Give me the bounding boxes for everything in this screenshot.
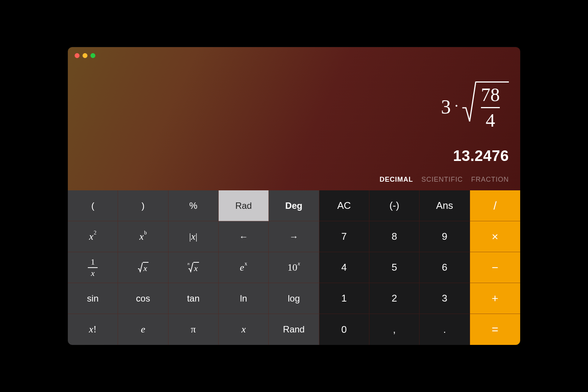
key-7[interactable]: 7: [319, 221, 369, 252]
key-ans[interactable]: Ans: [420, 190, 470, 221]
key-arrow-left[interactable]: ←: [219, 221, 269, 252]
key-sin[interactable]: sin: [68, 283, 118, 314]
key-multiply[interactable]: ×: [470, 221, 520, 252]
key-ac[interactable]: AC: [319, 190, 369, 221]
key-rand[interactable]: Rand: [269, 314, 319, 345]
key-8[interactable]: 8: [369, 221, 420, 252]
key-reciprocal[interactable]: 1 x: [68, 252, 118, 283]
close-icon[interactable]: [75, 53, 80, 58]
expr-radicand: 78 4: [476, 81, 509, 132]
key-4[interactable]: 4: [319, 252, 369, 283]
key-minus[interactable]: −: [470, 252, 520, 283]
key-log[interactable]: log: [269, 283, 319, 314]
key-nth-root[interactable]: n x: [168, 252, 219, 283]
key-abs[interactable]: |x|: [168, 221, 219, 252]
fraction-bar-icon: [481, 107, 500, 108]
key-dot[interactable]: .: [420, 314, 470, 345]
key-tan[interactable]: tan: [168, 283, 219, 314]
key-plus[interactable]: +: [470, 283, 520, 314]
expr-coefficient: 3: [441, 97, 451, 117]
key-factorial[interactable]: x!: [68, 314, 118, 345]
key-percent[interactable]: %: [168, 190, 219, 221]
tab-scientific[interactable]: SCIENTIFIC: [421, 176, 463, 184]
key-1[interactable]: 1: [319, 283, 369, 314]
key-x-squared[interactable]: x2: [68, 221, 118, 252]
window-controls: [75, 53, 95, 58]
key-2[interactable]: 2: [369, 283, 420, 314]
expr-numerator: 78: [481, 85, 500, 105]
keypad: ( ) % Rad Deg AC (-) Ans / x2 xb |x| ← →…: [68, 190, 520, 345]
key-ln[interactable]: ln: [219, 283, 269, 314]
key-x-var[interactable]: x: [219, 314, 269, 345]
key-lparen[interactable]: (: [68, 190, 118, 221]
key-6[interactable]: 6: [420, 252, 470, 283]
key-9[interactable]: 9: [420, 221, 470, 252]
key-3[interactable]: 3: [420, 283, 470, 314]
key-equals[interactable]: =: [470, 314, 520, 345]
key-e-const[interactable]: e: [118, 314, 168, 345]
tab-decimal[interactable]: DECIMAL: [380, 176, 413, 184]
calculator-window: 3 · 78 4 13.2476 DECIMAL SCIENTIFIC FRAC…: [68, 47, 520, 345]
key-10-pow-x[interactable]: 10x: [269, 252, 319, 283]
key-x-pow-b[interactable]: xb: [118, 221, 168, 252]
key-comma[interactable]: ,: [369, 314, 420, 345]
key-sqrt[interactable]: x: [118, 252, 168, 283]
result-display: 13.2476: [453, 147, 509, 164]
tab-fraction[interactable]: FRACTION: [471, 176, 509, 184]
key-0[interactable]: 0: [319, 314, 369, 345]
key-divide[interactable]: /: [470, 190, 520, 221]
radical-icon: [188, 262, 193, 273]
expression-display: 3 · 78 4: [441, 81, 509, 132]
zoom-icon[interactable]: [90, 53, 95, 58]
key-rparen[interactable]: ): [118, 190, 168, 221]
expr-operator: ·: [455, 98, 458, 113]
display-area: 3 · 78 4 13.2476 DECIMAL SCIENTIFIC FRAC…: [68, 47, 520, 190]
key-rad[interactable]: Rad: [219, 190, 269, 221]
format-tabs: DECIMAL SCIENTIFIC FRACTION: [380, 176, 509, 184]
key-e-pow-x[interactable]: ex: [219, 252, 269, 283]
expr-sqrt: 78 4: [462, 81, 509, 132]
key-deg[interactable]: Deg: [269, 190, 319, 221]
expr-denominator: 4: [486, 110, 495, 130]
key-5[interactable]: 5: [369, 252, 420, 283]
radical-icon: [138, 262, 143, 273]
key-cos[interactable]: cos: [118, 283, 168, 314]
key-negate[interactable]: (-): [369, 190, 420, 221]
key-arrow-right[interactable]: →: [269, 221, 319, 252]
minimize-icon[interactable]: [83, 53, 87, 58]
fraction-bar-icon: [88, 267, 98, 268]
key-pi[interactable]: π: [168, 314, 219, 345]
radical-icon: [462, 81, 476, 123]
